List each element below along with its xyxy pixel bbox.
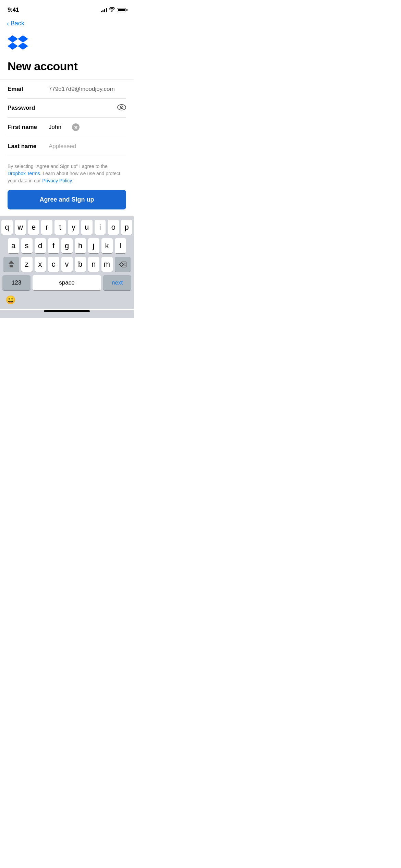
first-name-wrapper: ✕ bbox=[49, 123, 126, 131]
key-v[interactable]: v bbox=[61, 257, 73, 272]
last-name-field[interactable]: Last name bbox=[8, 137, 126, 156]
back-label: Back bbox=[11, 20, 24, 27]
key-j[interactable]: j bbox=[88, 238, 99, 253]
svg-point-2 bbox=[121, 107, 122, 108]
key-o[interactable]: o bbox=[108, 220, 119, 235]
key-x[interactable]: x bbox=[35, 257, 46, 272]
home-indicator bbox=[44, 310, 90, 312]
delete-key[interactable] bbox=[115, 257, 131, 272]
status-bar: 9:41 bbox=[0, 0, 134, 17]
last-name-label: Last name bbox=[8, 143, 49, 150]
last-name-input[interactable] bbox=[49, 143, 126, 150]
status-time: 9:41 bbox=[8, 7, 19, 13]
key-c[interactable]: c bbox=[48, 257, 59, 272]
key-g[interactable]: g bbox=[61, 238, 73, 253]
key-e[interactable]: e bbox=[28, 220, 39, 235]
key-n[interactable]: n bbox=[88, 257, 99, 272]
key-q[interactable]: q bbox=[1, 220, 13, 235]
key-d[interactable]: d bbox=[35, 238, 46, 253]
form-section: Email 779d17d9@moodjoy.com Password Firs… bbox=[0, 80, 134, 156]
keyboard-row-3: z x c v b n m bbox=[1, 257, 132, 272]
space-key[interactable]: space bbox=[33, 275, 101, 290]
first-name-clear-button[interactable]: ✕ bbox=[72, 123, 80, 131]
key-t[interactable]: t bbox=[54, 220, 66, 235]
wifi-icon bbox=[109, 7, 115, 13]
page-title: New account bbox=[8, 60, 126, 73]
key-i[interactable]: i bbox=[95, 220, 106, 235]
key-p[interactable]: p bbox=[121, 220, 132, 235]
key-y[interactable]: y bbox=[68, 220, 79, 235]
battery-icon bbox=[117, 8, 126, 12]
keyboard: q w e r t y u i o p a s d f g h j k l z … bbox=[0, 216, 134, 309]
home-indicator-container bbox=[0, 310, 134, 318]
key-l[interactable]: l bbox=[115, 238, 126, 253]
first-name-label: First name bbox=[8, 124, 49, 131]
status-icons bbox=[101, 7, 126, 13]
password-input[interactable] bbox=[49, 105, 126, 111]
back-chevron-icon: ‹ bbox=[7, 20, 9, 27]
key-u[interactable]: u bbox=[81, 220, 93, 235]
keyboard-row-2: a s d f g h j k l bbox=[1, 238, 132, 253]
key-m[interactable]: m bbox=[101, 257, 113, 272]
key-w[interactable]: w bbox=[15, 220, 26, 235]
emoji-key[interactable]: 😀 bbox=[5, 295, 16, 305]
email-field: Email 779d17d9@moodjoy.com bbox=[8, 80, 126, 99]
dropbox-logo bbox=[8, 35, 28, 52]
email-value: 779d17d9@moodjoy.com bbox=[49, 86, 126, 93]
terms-section: By selecting "Agree and Sign up" I agree… bbox=[0, 156, 134, 190]
shift-key[interactable] bbox=[3, 257, 19, 272]
keyboard-row-1: q w e r t y u i o p bbox=[1, 220, 132, 235]
first-name-field[interactable]: First name ✕ bbox=[8, 118, 126, 137]
numbers-key[interactable]: 123 bbox=[2, 275, 31, 290]
key-f[interactable]: f bbox=[48, 238, 59, 253]
signal-icon bbox=[101, 8, 107, 12]
key-b[interactable]: b bbox=[75, 257, 86, 272]
terms-text: By selecting "Agree and Sign up" I agree… bbox=[8, 163, 126, 184]
signup-btn-section: Agree and Sign up bbox=[0, 190, 134, 216]
key-a[interactable]: a bbox=[8, 238, 19, 253]
keyboard-row-4: 123 space next bbox=[1, 275, 132, 290]
password-toggle-icon[interactable] bbox=[117, 104, 126, 112]
password-field[interactable]: Password bbox=[8, 99, 126, 118]
keyboard-emoji-row: 😀 bbox=[1, 294, 132, 308]
first-name-input[interactable] bbox=[49, 124, 69, 131]
key-k[interactable]: k bbox=[101, 238, 113, 253]
back-button[interactable]: ‹ Back bbox=[0, 17, 134, 31]
key-r[interactable]: r bbox=[41, 220, 52, 235]
key-s[interactable]: s bbox=[21, 238, 33, 253]
next-key[interactable]: next bbox=[103, 275, 131, 290]
password-label: Password bbox=[8, 105, 49, 111]
terms-link[interactable]: Dropbox Terms bbox=[8, 171, 40, 176]
email-label: Email bbox=[8, 86, 49, 93]
key-z[interactable]: z bbox=[21, 257, 33, 272]
key-h[interactable]: h bbox=[75, 238, 86, 253]
agree-signup-button[interactable]: Agree and Sign up bbox=[8, 190, 126, 209]
header-section: New account bbox=[0, 31, 134, 80]
privacy-link[interactable]: Privacy Policy bbox=[42, 178, 72, 183]
